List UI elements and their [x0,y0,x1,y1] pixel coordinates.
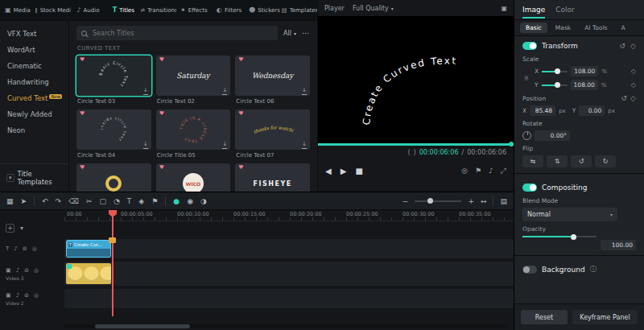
sidebar-item-handwriting[interactable]: Handwriting [0,74,68,90]
title-card-partial-1[interactable]: ♥ [76,163,151,192]
speed-icon[interactable]: ◔ [114,197,120,205]
rotate-dial[interactable] [522,131,531,140]
previous-frame-button[interactable]: ◀ [325,167,332,175]
link-scale-icon[interactable]: ∞ [522,74,530,82]
keyframe-panel-button[interactable]: Keyframe Panel [572,310,638,324]
title-clip[interactable]: T Create Cur... [66,240,111,258]
favorite-icon[interactable]: ♥ [238,57,243,63]
tab-color[interactable]: Color [555,6,575,19]
text-tool-icon[interactable]: T [127,197,132,205]
mark-out-icon[interactable]: ) [414,149,416,156]
pointer-tool-icon[interactable]: ➤ [21,197,27,205]
opacity-value[interactable]: 100.00 [601,240,636,250]
track-lock-icon[interactable]: ⊘ [23,245,27,252]
tab-templates[interactable]: ▤Templates [282,0,317,20]
mark-in-icon[interactable]: ( [407,149,410,156]
sidebar-item-wordart[interactable]: WordArt [0,42,68,58]
timeline-settings-icon[interactable]: ▤ [500,197,507,205]
favorite-icon[interactable]: ♥ [80,165,85,171]
undo-icon[interactable]: ↶ [42,197,48,205]
timeline-hscrollbar[interactable] [64,324,507,328]
download-icon[interactable]: ↓ [222,142,227,149]
track-mute-icon[interactable]: ♪ [14,245,17,252]
zoom-in-icon[interactable]: + [468,197,474,205]
play-button[interactable]: ▶ [341,167,347,175]
snapshot-icon[interactable]: ◎ [461,167,468,175]
position-x-value[interactable]: 85.48 [530,105,555,116]
title-card-circle-text-07[interactable]: ♥ thanks for watching ↓ [235,109,310,150]
subtab-basic[interactable]: Basic [520,23,547,33]
crop-icon[interactable]: ▢ [99,197,106,205]
sidebar-item-vfx-text[interactable]: VFX Text [0,26,68,42]
favorite-icon[interactable]: ♥ [159,165,164,171]
scale-y-value[interactable]: 108.00 [571,80,598,90]
marker-icon[interactable]: ⚑ [475,167,481,175]
info-icon[interactable]: ⓘ [590,265,597,274]
title-card-partial-3[interactable]: ♥ FISHEYE [235,163,310,192]
filter-dropdown[interactable]: All ▾ [283,30,296,37]
favorite-icon[interactable]: ♥ [80,111,85,117]
download-icon[interactable]: ↓ [222,88,227,95]
track-lock-icon[interactable]: ⊘ [24,292,29,299]
search-box[interactable] [76,26,278,40]
keyframe-add-icon[interactable]: ◈ [138,197,144,205]
track-eye-icon[interactable]: ◎ [32,245,37,252]
flip-horizontal-button[interactable]: ⇆ [522,155,543,167]
search-input[interactable] [91,29,273,38]
download-icon[interactable]: ↓ [302,142,307,149]
detach-player-icon[interactable]: ▣ [501,5,507,12]
tab-titles[interactable]: TTitles [105,0,141,20]
marker-tool-icon[interactable]: ⚑ [151,197,158,205]
track-lane[interactable]: T Create Cur... [64,239,514,258]
mute-icon[interactable]: ♪ [489,167,493,175]
flip-vertical-button[interactable]: ⇅ [547,155,568,167]
scale-x-slider[interactable] [542,71,568,72]
download-icon[interactable]: ↓ [143,142,148,149]
title-card-circle-text-02[interactable]: ♥ Saturday ↓ [156,56,231,96]
compositing-toggle[interactable] [522,184,537,192]
record-icon[interactable]: ● [173,197,180,205]
download-icon[interactable]: ↓ [302,88,307,95]
fit-timeline-icon[interactable]: ↔ [481,197,487,205]
rotate-cw-button[interactable]: ↻ [595,155,616,167]
tab-audio[interactable]: ♪Audio [71,0,106,20]
redo-icon[interactable]: ↷ [56,197,62,205]
scrollbar-thumb[interactable] [95,324,190,328]
blend-mode-select[interactable]: Normal ▾ [522,208,617,221]
track-eye-icon[interactable]: ◎ [34,292,39,299]
rotate-ccw-button[interactable]: ↺ [571,155,592,167]
zoom-out-icon[interactable]: − [402,197,409,205]
scale-y-slider[interactable] [542,85,568,86]
rotate-value[interactable]: 0.00° [535,130,570,141]
title-card-partial-2[interactable]: ♥ WICO [156,163,231,192]
tab-effects[interactable]: ✦Effects [176,0,212,20]
mic-icon[interactable]: ◉ [187,197,193,205]
more-options-icon[interactable]: ⋯ [302,29,310,37]
reset-icon[interactable]: ↺ [620,42,626,50]
fullscreen-icon[interactable]: ⤢ [501,167,506,175]
title-card-circle-title-05[interactable]: ♥ THIS IS A CIRCLE TEXT ↓ [156,109,231,150]
title-card-circle-text-04[interactable]: ♥ inside circle text ↓ [76,109,151,150]
sidebar-item-neon[interactable]: Neon [0,122,68,138]
title-templates-toggle[interactable]: ▾ Title Templates [0,163,68,192]
download-icon[interactable]: ↓ [143,88,148,95]
add-track-icon[interactable]: + [6,224,14,233]
tab-transitions[interactable]: ⇌Transitions [141,0,176,20]
sidebar-item-newly-added[interactable]: Newly Added [0,106,68,122]
track-mute-icon[interactable]: ♪ [16,292,19,299]
keyframe-icon[interactable]: ◇ [631,68,636,75]
tab-stickers[interactable]: ☻Stickers [246,0,282,20]
background-toggle[interactable] [522,266,537,274]
sidebar-item-cinematic[interactable]: Cinematic [0,58,68,74]
delete-icon[interactable]: ⌫ [68,197,79,205]
opacity-slider[interactable] [522,236,597,237]
playhead-line[interactable] [112,210,114,316]
toolbox-icon[interactable]: ▦ [6,197,14,205]
chroma-key-icon[interactable]: ◑ [200,197,207,205]
keyframe-icon[interactable]: ◇ [631,81,636,89]
tab-image[interactable]: Image [522,6,545,19]
tab-filters[interactable]: ◐Filters [212,0,247,20]
stop-button[interactable]: ■ [355,167,362,175]
subtab-ai-tools[interactable]: AI Tools [579,23,613,33]
track-lane[interactable] [64,262,514,286]
